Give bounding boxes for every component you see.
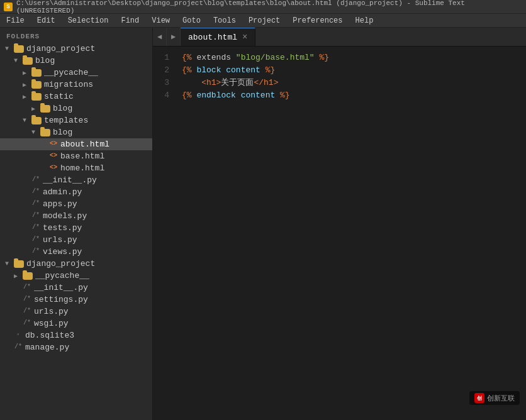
folder-icon <box>23 272 33 280</box>
tree-item-settings_py[interactable]: /*settings.py <box>0 294 152 306</box>
py-file-icon: /* <box>31 188 40 197</box>
tree-item-label: __init__.py <box>34 283 152 292</box>
py-file-icon: /* <box>31 176 40 185</box>
tree-item-label: models.py <box>43 211 152 221</box>
tree-item-urls_py1[interactable]: /*urls.py <box>0 234 152 246</box>
tree-arrow <box>23 93 31 101</box>
code-content[interactable]: {% extends "blog/base.html" %} {% block … <box>176 47 526 420</box>
menu-view[interactable]: View <box>145 14 176 27</box>
line-numbers: 1 2 3 4 <box>153 47 176 420</box>
tab-prev-button[interactable]: ◀ <box>153 28 167 46</box>
tree-item-db_sqlite3[interactable]: ▫db.sqlite3 <box>0 329 152 341</box>
tree-item-about_html[interactable]: <>about.html <box>0 138 152 150</box>
tree-item-label: urls.py <box>43 235 152 245</box>
tree-item-label: settings.py <box>34 295 152 304</box>
folder-icon <box>31 81 42 89</box>
tree-arrow <box>5 260 14 267</box>
editor-area: ◀ ▶ about.html × 1 2 3 4 {% extends "blo… <box>153 28 526 420</box>
menu-help[interactable]: Help <box>349 14 380 27</box>
tree-item-templates[interactable]: templates <box>0 114 152 126</box>
watermark: 创 创新互联 <box>469 391 520 405</box>
tree-item-pycache1[interactable]: __pycache__ <box>0 67 152 79</box>
tree-item-label: migrations <box>44 80 152 89</box>
menu-edit[interactable]: Edit <box>31 14 62 27</box>
menu-selection[interactable]: Selection <box>62 14 115 27</box>
tab-close-button[interactable]: × <box>242 33 247 41</box>
tree-item-blog2[interactable]: blog <box>0 102 152 114</box>
db-file-icon: ▫ <box>14 331 23 340</box>
tree-item-static[interactable]: static <box>0 91 152 102</box>
menu-file[interactable]: File <box>0 14 31 27</box>
line-number: 4 <box>157 89 169 102</box>
tree-item-migrations[interactable]: migrations <box>0 79 152 91</box>
folder-icon <box>40 129 50 136</box>
tab-bar: ◀ ▶ about.html × <box>153 28 526 47</box>
menubar: File Edit Selection Find View Goto Tools… <box>0 14 526 28</box>
code-editor[interactable]: 1 2 3 4 {% extends "blog/base.html" %} {… <box>153 47 526 420</box>
folder-icon <box>31 117 42 124</box>
tree-item-label: home.html <box>60 163 152 173</box>
tree-item-label: tests.py <box>43 223 152 233</box>
line-number: 2 <box>157 64 169 77</box>
tree-item-pycache2[interactable]: __pycache__ <box>0 270 152 282</box>
tree-item-manage_py[interactable]: /*manage.py <box>0 341 152 353</box>
tree-item-admin_py[interactable]: /*admin.py <box>0 186 152 198</box>
folder-icon <box>31 69 42 77</box>
tree-item-init_py2[interactable]: /*__init__.py <box>0 282 152 294</box>
menu-tools[interactable]: Tools <box>207 14 242 27</box>
tree-item-blog3[interactable]: blog <box>0 126 152 138</box>
tree-item-label: blog <box>53 104 152 113</box>
tree-item-label: __init__.py <box>43 175 152 185</box>
tree-item-base_html[interactable]: <>base.html <box>0 150 152 162</box>
tree-item-label: views.py <box>43 247 152 257</box>
tree-arrow <box>31 129 40 136</box>
menu-project[interactable]: Project <box>242 14 286 27</box>
tree-item-label: static <box>44 92 152 101</box>
titlebar: S C:\Users\Administrator\Desktop\django_… <box>0 0 526 14</box>
menu-goto[interactable]: Goto <box>176 14 207 27</box>
tree-item-label: urls.py <box>34 307 152 316</box>
tree-item-django_project2[interactable]: django_project <box>0 258 152 270</box>
py-file-icon: /* <box>23 307 31 316</box>
sublime-icon: S <box>4 3 13 11</box>
tree-item-views_py[interactable]: /*views.py <box>0 246 152 258</box>
tree-item-label: db.sqlite3 <box>25 331 152 340</box>
tree-arrow <box>23 69 31 77</box>
tree-item-label: base.html <box>60 152 152 161</box>
folder-icon <box>31 93 42 101</box>
py-file-icon: /* <box>23 284 31 292</box>
tree-item-label: admin.py <box>43 187 152 197</box>
menu-preferences[interactable]: Preferences <box>286 14 349 27</box>
py-file-icon: /* <box>23 296 31 304</box>
tab-label: about.html <box>188 33 237 42</box>
main-area: FOLDERS django_projectblog__pycache__mig… <box>0 28 526 420</box>
tree-item-apps_py[interactable]: /*apps.py <box>0 198 152 210</box>
menu-find[interactable]: Find <box>115 14 145 27</box>
tab-about-html[interactable]: about.html × <box>181 28 255 46</box>
tree-item-label: templates <box>44 116 152 125</box>
tab-next-button[interactable]: ▶ <box>167 28 181 46</box>
line-number: 1 <box>157 52 169 64</box>
tree-item-label: manage.py <box>25 343 152 352</box>
tree-item-label: __pycache__ <box>35 271 152 280</box>
folder-icon <box>23 57 33 65</box>
html-file-icon: <> <box>49 140 58 149</box>
tree-item-models_py[interactable]: /*models.py <box>0 210 152 222</box>
py-file-icon: /* <box>31 236 40 245</box>
tree-item-home_html[interactable]: <>home.html <box>0 162 152 174</box>
tree-arrow <box>14 272 23 280</box>
tree-item-wsgi_py[interactable]: /*wsgi.py <box>0 318 152 329</box>
tree-item-init_py1[interactable]: /*__init__.py <box>0 174 152 186</box>
tree-item-label: django_project <box>26 259 152 268</box>
tree-item-tests_py[interactable]: /*tests.py <box>0 222 152 234</box>
tree-arrow <box>5 45 14 52</box>
tree-item-label: blog <box>35 56 152 65</box>
tree-item-urls_py2[interactable]: /*urls.py <box>0 306 152 318</box>
py-file-icon: /* <box>23 319 31 328</box>
watermark-logo: 创 <box>474 393 484 403</box>
tree-item-django_project_root[interactable]: django_project <box>0 43 152 55</box>
file-tree: django_projectblog__pycache__migrationss… <box>0 43 152 353</box>
tree-item-blog_folder[interactable]: blog <box>0 55 152 67</box>
py-file-icon: /* <box>31 200 40 209</box>
tree-arrow <box>23 117 31 124</box>
